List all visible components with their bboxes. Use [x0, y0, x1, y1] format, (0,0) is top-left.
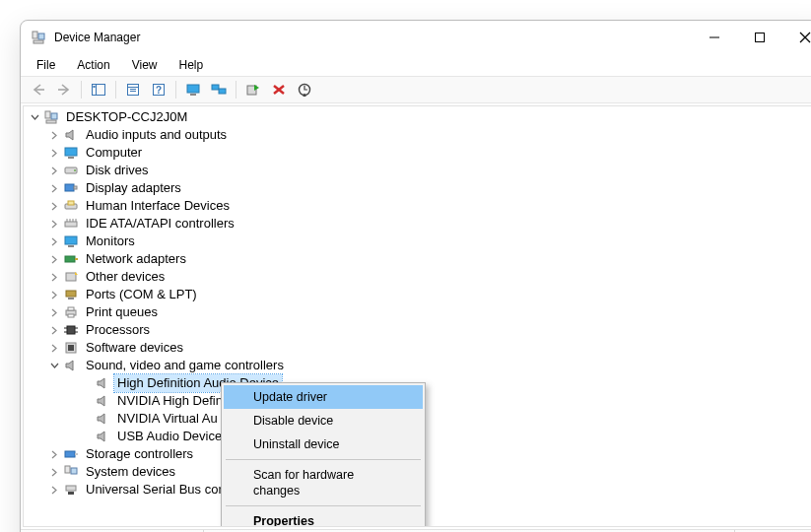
- monitor-icon: [63, 145, 79, 161]
- category-label: Human Interface Devices: [83, 197, 233, 215]
- tree-category-sound[interactable]: Sound, video and game controllers: [24, 357, 811, 374]
- svg-rect-30: [68, 157, 74, 159]
- toolbar-update-driver-button[interactable]: [241, 79, 265, 100]
- toolbar-separator: [115, 81, 116, 99]
- svg-rect-19: [190, 94, 196, 96]
- printer-icon: [63, 304, 79, 320]
- svg-rect-50: [68, 307, 74, 310]
- tree-category[interactable]: Audio inputs and outputs: [24, 126, 811, 144]
- chevron-right-icon[interactable]: [47, 483, 61, 497]
- svg-text:?: ?: [156, 85, 162, 96]
- tree-category[interactable]: Other devices: [24, 268, 811, 286]
- window-title: Device Manager: [54, 31, 140, 44]
- menu-action[interactable]: Action: [67, 56, 119, 74]
- usb-icon: [63, 482, 79, 498]
- tree-category[interactable]: Display adapters: [24, 179, 811, 197]
- toolbar-scan-button[interactable]: [293, 79, 316, 100]
- tree-root[interactable]: DESKTOP-CCJ2J0M: [24, 108, 811, 126]
- tree-category[interactable]: Processors: [24, 321, 811, 339]
- chevron-right-icon[interactable]: [47, 199, 61, 213]
- svg-rect-20: [212, 85, 219, 90]
- ports-icon: [63, 287, 79, 302]
- display-adapter-icon: [63, 180, 79, 196]
- tree-root-label: DESKTOP-CCJ2J0M: [63, 108, 190, 126]
- toolbar-separator: [175, 81, 176, 99]
- tree-category[interactable]: Computer: [24, 144, 811, 162]
- chevron-right-icon[interactable]: [47, 305, 61, 319]
- disk-icon: [63, 163, 79, 178]
- speaker-icon: [95, 411, 110, 427]
- category-label: Computer: [83, 144, 145, 162]
- tree-category[interactable]: Disk drives: [24, 162, 811, 179]
- svg-rect-52: [67, 326, 75, 334]
- chevron-right-icon[interactable]: [47, 181, 61, 195]
- context-properties[interactable]: Properties: [224, 509, 423, 527]
- chevron-down-icon[interactable]: [47, 359, 61, 372]
- chevron-right-icon[interactable]: [47, 252, 61, 266]
- minimize-button[interactable]: [692, 23, 737, 52]
- chevron-right-icon[interactable]: [47, 341, 61, 355]
- toolbar-uninstall-button[interactable]: [267, 79, 291, 100]
- chevron-right-icon[interactable]: [47, 447, 61, 461]
- svg-rect-48: [68, 298, 74, 299]
- chevron-right-icon[interactable]: [47, 234, 61, 248]
- toolbar-view-button[interactable]: [181, 79, 205, 100]
- speaker-icon: [95, 375, 110, 391]
- context-update-driver[interactable]: Update driver: [224, 385, 423, 409]
- other-devices-icon: [63, 269, 79, 285]
- svg-rect-29: [65, 148, 77, 156]
- computer-icon: [43, 109, 59, 125]
- device-manager-window: Device Manager File Action View Help: [20, 20, 811, 532]
- chevron-right-icon[interactable]: [47, 217, 61, 231]
- tree-category[interactable]: IDE ATA/ATAPI controllers: [24, 215, 811, 233]
- category-label: Network adapters: [83, 250, 189, 268]
- menu-help[interactable]: Help: [169, 56, 214, 74]
- category-label: Processors: [83, 321, 153, 339]
- menu-file[interactable]: File: [27, 56, 65, 74]
- chevron-right-icon[interactable]: [47, 465, 61, 479]
- tree-category[interactable]: Human Interface Devices: [24, 197, 811, 215]
- toolbar-properties-button[interactable]: [121, 79, 145, 100]
- chevron-right-icon[interactable]: [47, 288, 61, 301]
- maximize-button[interactable]: [737, 23, 782, 52]
- toolbar-devices-by-type-button[interactable]: [207, 79, 231, 100]
- tree-category[interactable]: Print queues: [24, 303, 811, 321]
- device-label: USB Audio Device: [114, 428, 225, 445]
- svg-rect-60: [75, 453, 78, 455]
- toolbar-separator: [81, 81, 82, 99]
- svg-point-32: [74, 169, 76, 171]
- toolbar-back-button[interactable]: [27, 79, 50, 100]
- toolbar-forward-button[interactable]: [52, 79, 76, 100]
- category-label: Disk drives: [83, 162, 152, 179]
- chevron-right-icon[interactable]: [47, 128, 61, 142]
- menu-view[interactable]: View: [122, 56, 168, 74]
- category-label: Display adapters: [83, 179, 184, 197]
- svg-rect-46: [66, 273, 76, 281]
- tree-category[interactable]: Software devices: [24, 339, 811, 357]
- close-button[interactable]: [782, 23, 811, 52]
- category-label: Sound, video and game controllers: [83, 357, 287, 374]
- chevron-right-icon[interactable]: [47, 323, 61, 337]
- svg-rect-44: [65, 256, 75, 262]
- device-label: NVIDIA High Defin: [114, 392, 226, 410]
- tree-category[interactable]: Monitors: [24, 233, 811, 250]
- svg-rect-27: [51, 113, 57, 119]
- svg-rect-43: [68, 245, 74, 247]
- chevron-right-icon[interactable]: [47, 270, 61, 284]
- toolbar-separator: [236, 81, 237, 99]
- chevron-right-icon[interactable]: [47, 146, 61, 160]
- context-scan-hardware[interactable]: Scan for hardware changes: [224, 463, 423, 502]
- tree-category[interactable]: Network adapters: [24, 250, 811, 268]
- context-disable-device[interactable]: Disable device: [224, 409, 423, 432]
- context-uninstall-device[interactable]: Uninstall device: [224, 432, 423, 456]
- device-tree[interactable]: DESKTOP-CCJ2J0M Audio inputs and outputs…: [23, 105, 811, 527]
- storage-controller-icon: [63, 446, 79, 462]
- svg-rect-59: [65, 451, 75, 457]
- chevron-down-icon[interactable]: [28, 110, 41, 124]
- chevron-right-icon[interactable]: [47, 164, 61, 177]
- toolbar-help-button[interactable]: ?: [147, 79, 170, 100]
- tree-category[interactable]: Ports (COM & LPT): [24, 286, 811, 303]
- device-manager-icon: [31, 30, 46, 45]
- svg-rect-11: [94, 86, 96, 88]
- toolbar-show-tree-button[interactable]: [87, 79, 110, 100]
